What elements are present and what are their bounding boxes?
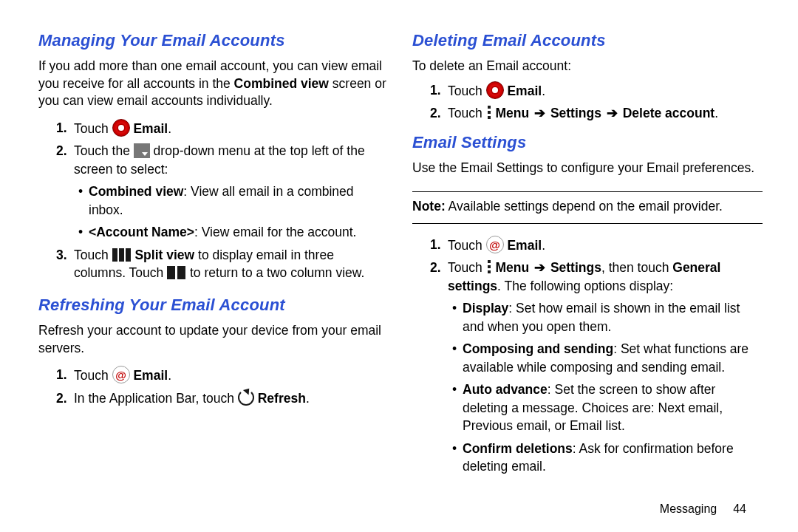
managing-intro: If you add more than one email account, … (38, 58, 389, 110)
managing-step-3: 3. Touch Split view to display email in … (56, 246, 389, 282)
menu-icon (487, 106, 491, 120)
menu-icon (487, 260, 491, 275)
email-app-icon (112, 366, 130, 383)
email-app-icon (112, 119, 130, 137)
heading-managing-email: Managing Your Email Accounts (38, 31, 389, 50)
heading-email-settings: Email Settings (412, 133, 763, 152)
managing-step-1: 1. Touch Email. (56, 119, 389, 138)
settings-step-1: 1. Touch Email. (430, 236, 763, 255)
dropdown-icon (134, 143, 150, 158)
left-column: Managing Your Email Accounts If you add … (38, 28, 389, 517)
note-rule-top (412, 191, 763, 192)
deleting-step-2: 2. Touch Menu ➔ Settings ➔ Delete accoun… (430, 104, 763, 123)
option-display: Display: Set how email is shown in the e… (452, 299, 763, 335)
manual-page: Managing Your Email Accounts If you add … (0, 0, 798, 532)
option-composing: Composing and sending: Set what function… (452, 340, 763, 376)
page-footer: Messaging44 (660, 502, 746, 516)
refreshing-step-1: 1. Touch Email. (56, 366, 389, 385)
option-confirm-deletions: Confirm deletions: Ask for confirmation … (452, 440, 763, 476)
refreshing-intro: Refresh your account to update your devi… (38, 322, 389, 357)
deleting-steps: 1. Touch Email. 2. Touch Menu ➔ Settings… (430, 81, 763, 127)
heading-deleting-email: Deleting Email Accounts (412, 31, 763, 50)
refreshing-steps: 1. Touch Email. 2. In the Application Ba… (56, 366, 389, 412)
deleting-step-1: 1. Touch Email. (430, 81, 763, 100)
email-app-icon (486, 236, 504, 253)
chapter-name: Messaging (660, 502, 717, 515)
managing-step-2: 2. Touch the drop-down menu at the top l… (56, 142, 389, 242)
two-column-icon (167, 266, 186, 279)
settings-step-2: 2. Touch Menu ➔ Settings, then touch Gen… (430, 259, 763, 476)
right-column: Deleting Email Accounts To delete an Ema… (412, 28, 763, 517)
email-app-icon (486, 81, 504, 99)
note-rule-bottom (412, 223, 763, 224)
bullet-combined-view: Combined view: View all email in a combi… (78, 183, 389, 219)
settings-intro: Use the Email Settings to configure your… (412, 160, 763, 177)
heading-refreshing-email: Refreshing Your Email Account (38, 296, 389, 315)
settings-options: Display: Set how email is shown in the e… (452, 299, 763, 476)
refreshing-step-2: 2. In the Application Bar, touch Refresh… (56, 389, 389, 408)
managing-step-2-bullets: Combined view: View all email in a combi… (78, 183, 389, 242)
settings-note: Note: Available settings depend on the e… (412, 198, 763, 216)
bullet-account-name: <Account Name>: View email for the accou… (78, 223, 389, 242)
page-number: 44 (733, 502, 746, 515)
option-auto-advance: Auto advance: Set the screen to show aft… (452, 381, 763, 435)
settings-steps: 1. Touch Email. 2. Touch Menu ➔ Settings… (430, 236, 763, 480)
deleting-intro: To delete an Email account: (412, 58, 763, 75)
split-view-icon (112, 248, 132, 262)
managing-steps: 1. Touch Email. 2. Touch the drop-down m… (56, 119, 389, 287)
refresh-icon (238, 389, 254, 406)
